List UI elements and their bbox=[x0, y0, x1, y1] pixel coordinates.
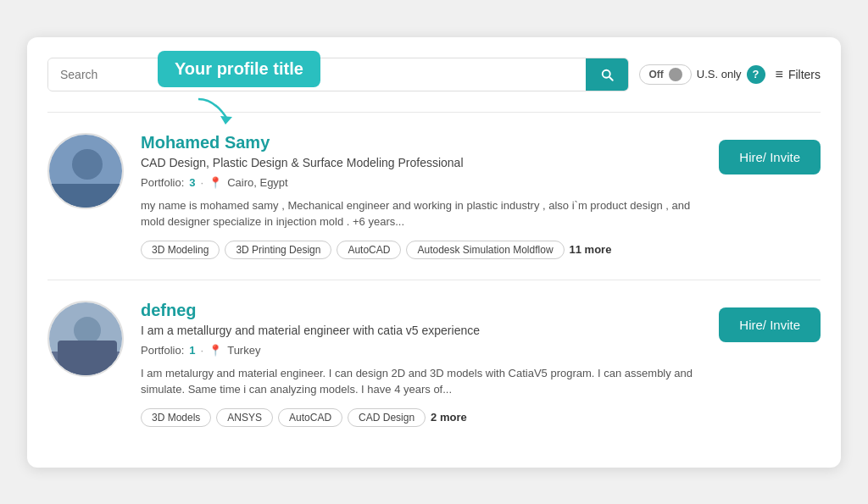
profile-meta: Portfolio: 3 · 📍 Cairo, Egypt bbox=[141, 176, 702, 189]
profile-name[interactable]: defneg bbox=[141, 301, 702, 320]
portfolio-label: Portfolio: bbox=[141, 344, 184, 357]
avatar-image bbox=[49, 135, 124, 209]
skill-tag[interactable]: CAD Design bbox=[348, 408, 426, 427]
avatar bbox=[47, 301, 124, 377]
skill-tag[interactable]: AutoCAD bbox=[278, 408, 342, 427]
profile-bio: my name is mohamed samy , Mechanical eng… bbox=[141, 197, 702, 230]
svg-point-2 bbox=[72, 149, 103, 180]
profile-bio: I am metalurgy and material engineer. I … bbox=[141, 365, 702, 398]
portfolio-label: Portfolio: bbox=[141, 176, 184, 189]
location-icon: 📍 bbox=[209, 344, 222, 357]
hire-invite-button[interactable]: Hire/ Invite bbox=[719, 307, 821, 342]
profile-card: defneg I am a metallurgy and material en… bbox=[47, 280, 821, 447]
us-only-toggle[interactable]: Off bbox=[639, 64, 691, 85]
profile-info: defneg I am a metallurgy and material en… bbox=[141, 301, 702, 427]
toggle-dot bbox=[669, 68, 682, 81]
profile-title: I am a metallurgy and material engineer … bbox=[141, 324, 702, 337]
us-only-label: U.S. only bbox=[697, 68, 742, 80]
search-row: Your profile title Off U.S. only ? bbox=[47, 58, 821, 91]
skills-row: 3D Models ANSYS AutoCAD CAD Design 2 mor… bbox=[141, 408, 702, 427]
search-button[interactable] bbox=[586, 58, 628, 91]
avatar-image bbox=[49, 302, 124, 377]
toggle-off-label: Off bbox=[648, 69, 663, 80]
location: Cairo, Egypt bbox=[227, 176, 288, 189]
hire-invite-button[interactable]: Hire/ Invite bbox=[719, 140, 821, 174]
skill-tag[interactable]: AutoCAD bbox=[337, 241, 401, 259]
skill-tag[interactable]: ANSYS bbox=[216, 408, 273, 427]
profile-title: CAD Design, Plastic Design & Surface Mod… bbox=[141, 156, 702, 169]
tooltip-annotation: Your profile title bbox=[158, 51, 320, 87]
portfolio-count[interactable]: 3 bbox=[189, 176, 195, 189]
toggle-wrapper: Off U.S. only ? bbox=[639, 64, 765, 85]
location-icon: 📍 bbox=[209, 176, 222, 189]
search-icon bbox=[599, 67, 615, 82]
tooltip-arrow-icon bbox=[190, 95, 241, 129]
filters-button[interactable]: ≡ Filters bbox=[776, 67, 821, 82]
skill-tag[interactable]: 3D Models bbox=[141, 408, 211, 427]
search-wrapper bbox=[47, 58, 629, 91]
profile-list: Mohamed Samy CAD Design, Plastic Design … bbox=[47, 112, 821, 447]
avatar bbox=[47, 133, 124, 209]
skill-tag[interactable]: 3D Modeling bbox=[141, 241, 220, 259]
separator: · bbox=[201, 176, 204, 189]
more-skills-link[interactable]: 11 more bbox=[570, 243, 612, 256]
separator: · bbox=[201, 344, 204, 357]
location: Turkey bbox=[227, 344, 260, 357]
main-container: Your profile title Off U.S. only ? bbox=[27, 37, 841, 468]
svg-rect-9 bbox=[58, 341, 117, 377]
svg-rect-4 bbox=[49, 184, 124, 209]
skill-tag[interactable]: Autodesk Simulation Moldflow bbox=[406, 241, 564, 259]
more-skills-link[interactable]: 2 more bbox=[431, 411, 467, 424]
profile-name[interactable]: Mohamed Samy bbox=[141, 133, 702, 152]
filter-icon: ≡ bbox=[776, 67, 783, 82]
svg-point-6 bbox=[74, 317, 101, 344]
profile-meta: Portfolio: 1 · 📍 Turkey bbox=[141, 344, 702, 357]
svg-marker-0 bbox=[220, 116, 232, 125]
skill-tag[interactable]: 3D Printing Design bbox=[225, 241, 331, 259]
profile-info: Mohamed Samy CAD Design, Plastic Design … bbox=[141, 133, 702, 259]
profile-card: Mohamed Samy CAD Design, Plastic Design … bbox=[47, 112, 821, 280]
portfolio-count[interactable]: 1 bbox=[189, 344, 195, 357]
help-icon[interactable]: ? bbox=[747, 65, 765, 84]
skills-row: 3D Modeling 3D Printing Design AutoCAD A… bbox=[141, 241, 702, 259]
